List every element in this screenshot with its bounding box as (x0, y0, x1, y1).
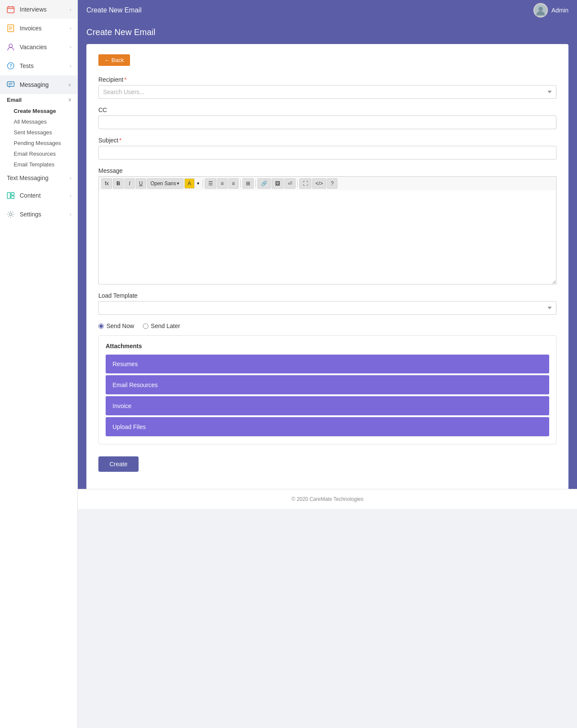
recipient-select[interactable]: Search Users... (98, 85, 556, 99)
svg-point-8 (9, 44, 12, 47)
toolbar-sep-4 (297, 180, 298, 187)
toolbar-font-btn[interactable]: Open Sans ▼ (147, 178, 183, 189)
create-button[interactable]: Create (98, 456, 139, 472)
sidebar-label-interviews: Interviews (20, 6, 47, 13)
send-timing-group: Send Now Send Later (98, 323, 556, 329)
toolbar-sep-2 (240, 180, 241, 187)
toolbar-link-btn[interactable]: 🔗 (257, 178, 271, 189)
sidebar-item-messaging[interactable]: Messaging ∨ (0, 75, 77, 94)
toolbar-list-btn[interactable]: ☰ (205, 178, 216, 189)
page-title: Create New Email (86, 27, 568, 44)
sidebar-item-email-resources[interactable]: Email Resources (0, 148, 77, 159)
toolbar-sep-3 (255, 180, 256, 187)
message-group: Message fx B I U Open Sans ▼ A ▼ ☰ ≡ ≡ (98, 167, 556, 284)
toolbar-table-btn[interactable]: ⊞ (243, 178, 254, 189)
messaging-submenu: Email ∨ Create Message All Messages Sent… (0, 94, 77, 186)
chevron-text-messaging: › (70, 175, 71, 181)
sidebar-item-text-messaging[interactable]: Text Messaging › (0, 170, 77, 186)
toolbar-fullscreen-btn[interactable]: ⛶ (299, 178, 311, 189)
attachment-email-resources-btn[interactable]: Email Resources (106, 375, 549, 394)
cc-label: CC (98, 107, 556, 113)
sidebar-item-content[interactable]: Content › (0, 186, 77, 205)
sidebar-item-tests[interactable]: ? Tests › (0, 56, 77, 75)
attachments-stack: Resumes Email Resources Invoice Upload F… (106, 355, 549, 437)
chevron-invoices: › (70, 26, 71, 31)
send-later-radio[interactable] (143, 323, 148, 329)
sidebar-label-invoices: Invoices (20, 25, 41, 32)
toolbar-code-btn[interactable]: </> (312, 178, 326, 189)
svg-point-19 (539, 7, 543, 11)
sidebar-label-tests: Tests (20, 62, 34, 69)
sidebar-item-all-messages[interactable]: All Messages (0, 116, 77, 127)
messaging-icon (6, 80, 15, 89)
chevron-interviews: › (70, 7, 71, 12)
toolbar-italic-btn[interactable]: I (124, 178, 135, 189)
back-button[interactable]: ← Back (98, 54, 130, 66)
chevron-settings: › (70, 212, 71, 217)
toolbar-list-bullet-btn[interactable]: ≡ (228, 178, 239, 189)
email-group-text: Email (7, 97, 22, 103)
svg-text:?: ? (9, 64, 12, 68)
user-name: Admin (551, 7, 568, 14)
sidebar-item-interviews[interactable]: Interviews › (0, 0, 77, 19)
user-menu[interactable]: Admin (533, 3, 568, 18)
attachments-title: Attachments (106, 343, 549, 349)
svg-point-17 (9, 213, 12, 216)
page-header: Create New Email ← Back Recipient* Searc… (78, 21, 577, 489)
sidebar-label-content: Content (20, 192, 41, 199)
toolbar-highlight-btn[interactable]: A (184, 178, 195, 189)
tests-icon: ? (6, 61, 15, 71)
chevron-email: ∨ (68, 97, 71, 103)
toolbar-bold-btn[interactable]: B (113, 178, 124, 189)
footer-text: © 2020 CareMate Technologies (291, 496, 363, 502)
recipient-label: Recipient* (98, 76, 556, 83)
message-editor[interactable] (98, 190, 556, 284)
attachment-resumes-btn[interactable]: Resumes (106, 355, 549, 373)
svg-rect-14 (7, 192, 10, 198)
sidebar-label-messaging: Messaging (20, 81, 49, 88)
invoice-icon (6, 24, 15, 33)
attachment-invoice-btn[interactable]: Invoice (106, 396, 549, 415)
toolbar-underline-btn[interactable]: U (136, 178, 146, 189)
send-now-label[interactable]: Send Now (98, 323, 134, 329)
cc-input[interactable] (98, 115, 556, 129)
send-later-label[interactable]: Send Later (143, 323, 180, 329)
sidebar-item-create-message[interactable]: Create Message (0, 106, 77, 116)
recipient-group: Recipient* Search Users... (98, 76, 556, 99)
subject-group: Subject* (98, 137, 556, 160)
load-template-label: Load Template (98, 292, 556, 299)
sidebar-item-settings[interactable]: Settings › (0, 205, 77, 224)
sidebar: Interviews › Invoices › Vacancies › (0, 0, 78, 728)
vacancy-icon (6, 42, 15, 52)
sidebar-item-pending-messages[interactable]: Pending Messages (0, 138, 77, 148)
footer: © 2020 CareMate Technologies (78, 489, 577, 509)
sidebar-item-sent-messages[interactable]: Sent Messages (0, 127, 77, 138)
toolbar-highlight-arrow: ▼ (195, 181, 201, 186)
svg-rect-11 (7, 82, 14, 86)
avatar (533, 3, 548, 18)
toolbar-embed-btn[interactable]: ⏎ (284, 178, 296, 189)
toolbar-format-btn[interactable]: fx (101, 178, 112, 189)
toolbar-sep-1 (203, 180, 203, 187)
main-content: Create New Email Admin Create New Email … (78, 0, 577, 728)
message-label: Message (98, 167, 556, 174)
sidebar-item-vacancies[interactable]: Vacancies › (0, 38, 77, 56)
send-now-radio[interactable] (98, 323, 104, 329)
load-template-group: Load Template (98, 292, 556, 315)
toolbar-list-ordered-btn[interactable]: ≡ (217, 178, 228, 189)
toolbar-image-btn[interactable]: 🖼 (272, 178, 284, 189)
toolbar-help-btn[interactable]: ? (327, 178, 337, 189)
required-star-recipient: * (124, 76, 126, 83)
chevron-messaging: ∨ (68, 82, 71, 88)
load-template-select[interactable] (98, 301, 556, 315)
chevron-vacancies: › (70, 44, 71, 50)
attachment-upload-btn[interactable]: Upload Files (106, 417, 549, 436)
subject-label: Subject* (98, 137, 556, 144)
subject-input[interactable] (98, 146, 556, 160)
sidebar-item-invoices[interactable]: Invoices › (0, 19, 77, 38)
cc-group: CC (98, 107, 556, 129)
chevron-content: › (70, 193, 71, 198)
sidebar-item-email-templates[interactable]: Email Templates (0, 159, 77, 170)
email-group-label[interactable]: Email ∨ (0, 94, 77, 106)
svg-rect-0 (7, 7, 14, 13)
